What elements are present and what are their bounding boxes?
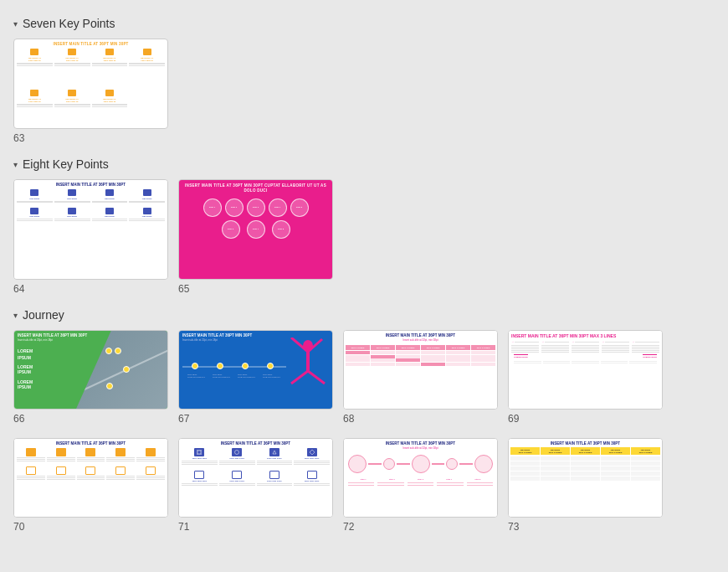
slide-70-cell bbox=[47, 448, 75, 461]
slide-72-label: Step 3 bbox=[418, 478, 423, 481]
slide-item-72: INSERT MAIN TITLE AT 36PT MIN 30PT Inser… bbox=[343, 438, 498, 533]
slide-thumb-73[interactable]: INSERT MAIN TITLE AT 36PT MIN 30PT HEADI… bbox=[508, 438, 663, 518]
slide-thumb-71[interactable]: INSERT MAIN TITLE AT 36PT MIN 30PT 12PT … bbox=[178, 438, 333, 518]
slide-69-label: SUBHEADING bbox=[643, 354, 657, 358]
slide-68-th: MAX 3 LINES bbox=[371, 345, 395, 350]
section-journey[interactable]: ▾ Journey bbox=[13, 308, 715, 322]
slide-item-63: INSERT MAIN TITLE AT 36PT MIN 30PT HEADI… bbox=[13, 39, 168, 144]
slides-grid-eight: INSERT MAIN TITLE AT 36PT MIN 30PT HEADI… bbox=[13, 179, 715, 295]
slide-thumb-67[interactable]: INSERT MAIN TITLE AT 36PT MIN 30PT Inser… bbox=[178, 330, 333, 410]
slide-65-circle: Step 5 bbox=[290, 198, 309, 217]
slides-grid-journey: INSERT MAIN TITLE AT 36PT MIN 30PT Inser… bbox=[13, 330, 715, 425]
slide-68-title: INSERT MAIN TITLE AT 36PT MIN 30PT bbox=[344, 331, 497, 338]
slide-70-cell bbox=[106, 448, 135, 461]
slide-72-connector bbox=[432, 463, 445, 465]
slide-65-circle: Step 7 bbox=[247, 220, 265, 239]
slide-71-icon bbox=[194, 448, 204, 456]
slide-71-label: 12PT MIN 10PT bbox=[192, 480, 207, 482]
slide-72-labels: Step 1 Step 2 Step 3 Step 4 Step 5 bbox=[344, 477, 497, 482]
slide-71-grid-row2: 12PT MIN 10PT 12PT MIN 10PT 12PT MIN 10P… bbox=[179, 469, 332, 487]
slide-67-subtitle: Insert sub-title at 22pt, min 18pt bbox=[182, 338, 290, 342]
slide-item-64: INSERT MAIN TITLE AT 36PT MIN 30PT HEADI… bbox=[13, 179, 168, 295]
slide-69-number: 69 bbox=[508, 413, 519, 425]
slide-69-bottom-labels: SUBHEADING SUBHEADING bbox=[511, 353, 659, 360]
slide-63-cell: HEADING AT12PT MIN 10 bbox=[17, 49, 53, 86]
slide-item-71: INSERT MAIN TITLE AT 36PT MIN 30PT 12PT … bbox=[178, 438, 333, 533]
slide-66-content: INSERT MAIN TITLE AT 36PT MIN 30PT Inser… bbox=[14, 331, 167, 409]
slide-72-label: Step 1 bbox=[360, 478, 366, 481]
svg-point-8 bbox=[235, 451, 239, 455]
slide-66-title: INSERT MAIN TITLE AT 36PT MIN 30PT bbox=[18, 333, 126, 338]
slide-73-header: HEADINGMAX 3 LINES bbox=[601, 447, 630, 455]
slide-item-69: INSERT MAIN TITLE AT 36PT MIN 30PT MAX 3… bbox=[508, 330, 663, 425]
slide-63-number: 63 bbox=[13, 132, 24, 144]
slide-thumb-65[interactable]: INSERT MAIN TITLE AT 36PT MIN 30PT CUPTA… bbox=[178, 179, 333, 280]
slide-72-circle bbox=[348, 455, 367, 473]
slide-thumb-66[interactable]: INSERT MAIN TITLE AT 36PT MIN 30PT Inser… bbox=[13, 330, 168, 410]
slide-thumb-68[interactable]: INSERT MAIN TITLE AT 36PT MIN 30PT Inser… bbox=[343, 330, 498, 410]
main-container: ▾ Seven Key Points INSERT MAIN TITLE AT … bbox=[0, 0, 728, 554]
slide-63-cell bbox=[129, 90, 165, 127]
slide-item-66: INSERT MAIN TITLE AT 36PT MIN 30PT Inser… bbox=[13, 330, 168, 425]
slide-71-label: 12PT MIN 10PT bbox=[267, 457, 282, 460]
slide-70-cell bbox=[136, 466, 165, 480]
slide-72-number: 72 bbox=[343, 521, 354, 533]
slide-thumb-72[interactable]: INSERT MAIN TITLE AT 36PT MIN 30PT Inser… bbox=[343, 438, 498, 518]
slide-item-73: INSERT MAIN TITLE AT 36PT MIN 30PT HEADI… bbox=[508, 438, 663, 533]
slide-68-number: 68 bbox=[343, 413, 354, 425]
slide-70-cell bbox=[17, 466, 45, 480]
slide-64-grid1: HEADING HEADING HEADING HEADING bbox=[14, 188, 167, 204]
slide-65-circles-top: Step 1 Step 2 Step 3 Step 4 Step 5 bbox=[179, 195, 332, 219]
slide-70-number: 70 bbox=[13, 521, 24, 533]
slide-67-label1: MIN TEXTLIVE STAYING 8.4 bbox=[187, 374, 205, 379]
slide-71-cell: 12PT MIN 10PT bbox=[294, 448, 330, 465]
slide-68-th: MAX 3 LINES bbox=[446, 345, 470, 350]
slide-73-headers: HEADINGMAX 3 LINES HEADINGMAX 3 LINES HE… bbox=[509, 446, 662, 456]
slide-69-label: SUBHEADING bbox=[514, 354, 528, 358]
slide-64-cell: HEADING bbox=[17, 208, 53, 222]
slide-66-number: 66 bbox=[13, 413, 24, 425]
slide-thumb-64[interactable]: INSERT MAIN TITLE AT 36PT MIN 30PT HEADI… bbox=[13, 179, 168, 280]
slide-70-cell bbox=[136, 448, 165, 461]
slide-68-table: MAX 3 LINES MAX 3 LINES MAX 3 LINES MAX … bbox=[344, 343, 497, 368]
slide-72-text-lines bbox=[344, 482, 497, 486]
slide-71-label: 12PT MIN 10PT bbox=[267, 480, 282, 482]
slide-66-road bbox=[76, 331, 167, 409]
slide-69-col: → bbox=[541, 340, 569, 353]
slide-63-cell: HEADING AT12PT MIN 10 bbox=[129, 49, 165, 86]
svg-line-2 bbox=[291, 371, 308, 384]
chevron-icon-journey: ▾ bbox=[13, 311, 18, 320]
chevron-icon-seven: ▾ bbox=[13, 19, 18, 28]
slide-65-circle: Step 1 bbox=[203, 198, 222, 217]
slide-66-dot bbox=[123, 366, 130, 373]
slide-70-grid bbox=[14, 446, 167, 463]
slide-64-number: 64 bbox=[13, 283, 24, 295]
slide-72-connector bbox=[397, 463, 410, 465]
slide-71-cell: 12PT MIN 10PT bbox=[294, 471, 330, 486]
slide-73-number: 73 bbox=[508, 521, 519, 533]
slide-item-65: INSERT MAIN TITLE AT 36PT MIN 30PT CUPTA… bbox=[178, 179, 333, 295]
slide-66-lorem2: LOREMIPSUM bbox=[18, 364, 33, 374]
slide-72-circle bbox=[474, 455, 493, 473]
slide-67-dot2 bbox=[217, 363, 223, 369]
slide-72-content: INSERT MAIN TITLE AT 36PT MIN 30PT Inser… bbox=[344, 439, 497, 517]
section-eight-key-points[interactable]: ▾ Eight Key Points bbox=[13, 157, 715, 171]
slide-63-grid: HEADING AT12PT MIN 10 HEADING AT12PT MIN… bbox=[14, 48, 167, 87]
slide-thumb-63[interactable]: INSERT MAIN TITLE AT 36PT MIN 30PT HEADI… bbox=[13, 39, 168, 129]
section-seven-key-points[interactable]: ▾ Seven Key Points bbox=[13, 17, 715, 30]
slide-71-cell: 12PT MIN 10PT bbox=[219, 471, 255, 486]
slide-66-lorem: LOREMIPSUM bbox=[18, 348, 33, 361]
slide-item-67: INSERT MAIN TITLE AT 36PT MIN 30PT Inser… bbox=[178, 330, 333, 425]
slide-thumb-69[interactable]: INSERT MAIN TITLE AT 36PT MIN 30PT MAX 3… bbox=[508, 330, 663, 410]
slide-72-circle bbox=[412, 455, 430, 473]
slide-72-circle bbox=[446, 458, 458, 470]
slide-67-title: INSERT MAIN TITLE AT 36PT MIN 30PT bbox=[182, 333, 290, 338]
slide-70-cell bbox=[77, 448, 105, 461]
slide-71-number: 71 bbox=[178, 521, 189, 533]
section-label-eight: Eight Key Points bbox=[23, 157, 109, 171]
slide-73-header: HEADINGMAX 3 LINES bbox=[571, 447, 600, 455]
slide-66-markers bbox=[105, 348, 121, 354]
slide-thumb-70[interactable]: INSERT MAIN TITLE AT 36PT MIN 30PT bbox=[13, 438, 168, 518]
slide-73-header: HEADINGMAX 3 LINES bbox=[541, 447, 570, 455]
slide-73-content: INSERT MAIN TITLE AT 36PT MIN 30PT HEADI… bbox=[509, 439, 662, 517]
